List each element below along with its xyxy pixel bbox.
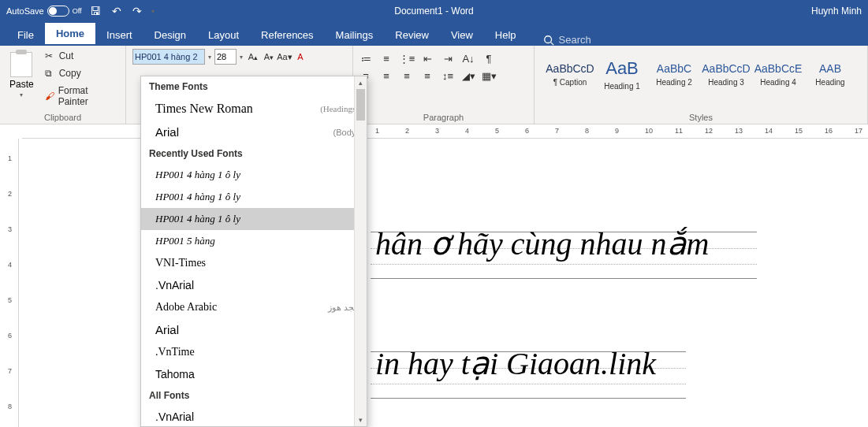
tab-help[interactable]: Help: [484, 24, 527, 46]
ruler-tick-v: 5: [8, 296, 12, 304]
font-item-label: .VnArial: [155, 410, 194, 423]
shading-button[interactable]: ◢▾: [462, 69, 475, 82]
shrink-font-button[interactable]: A▾: [262, 49, 276, 65]
font-dropdown-arrow-icon[interactable]: ▾: [207, 54, 213, 61]
ruler-tick: 9: [615, 127, 619, 135]
format-painter-label: Format Painter: [58, 85, 116, 107]
title-bar: AutoSave Off 🖫 ↶ ↷ ▾ Document1 - Word Hu…: [0, 0, 868, 22]
style-heading[interactable]: AABHeading: [806, 52, 855, 96]
font-item-times[interactable]: Times New Roman (Headings): [141, 97, 367, 121]
font-item-recent-1[interactable]: HP001 4 hàng 1 ô ly: [141, 186, 367, 208]
ribbon: Paste ▾ ✂ Cut ⧉ Copy 🖌 Format Painter Cl…: [0, 46, 868, 124]
font-item-label: VNI-Times: [155, 257, 206, 269]
borders-button[interactable]: ▦▾: [482, 69, 495, 82]
size-dropdown-arrow-icon[interactable]: ▾: [238, 54, 244, 61]
ruler-tick: 13: [735, 127, 743, 135]
sort-button[interactable]: A↓: [462, 52, 475, 65]
font-item-recent-8[interactable]: .VnTime: [141, 341, 367, 363]
paragraph-group-label: Paragraph: [359, 111, 527, 122]
tab-layout[interactable]: Layout: [197, 24, 250, 46]
show-marks-button[interactable]: ¶: [482, 52, 495, 65]
document-area: 12345678 hân ơ hãy cùng nhau nắm in hay …: [0, 139, 868, 427]
tab-home[interactable]: Home: [45, 23, 95, 46]
align-right-button[interactable]: ≡: [400, 69, 413, 82]
ruler-tick-v: 6: [8, 332, 12, 340]
copy-button[interactable]: ⧉ Copy: [42, 66, 119, 80]
font-item-recent-4[interactable]: VNI-Times: [141, 252, 367, 274]
document-text-line-2[interactable]: in hay tại Giaoan.link: [375, 345, 656, 382]
ruler-tick-v: 7: [8, 367, 12, 375]
tell-me-search[interactable]: Search: [527, 34, 591, 46]
document-text-line-1[interactable]: hân ơ hãy cùng nhau nắm: [375, 225, 709, 262]
tab-review[interactable]: Review: [384, 24, 440, 46]
font-item-all-0[interactable]: .VnArial: [141, 406, 367, 427]
tab-view[interactable]: View: [440, 24, 484, 46]
tab-references[interactable]: References: [250, 24, 324, 46]
svg-point-0: [544, 35, 551, 43]
paste-button[interactable]: Paste ▾: [6, 49, 37, 102]
style-heading-4[interactable]: AaBbCcEHeading 4: [754, 52, 803, 96]
dropdown-scrollbar[interactable]: ▴ ▾: [354, 76, 367, 426]
style-heading-1[interactable]: AaBHeading 1: [598, 52, 646, 96]
font-item-label: .VnArial: [155, 279, 194, 291]
autosave-state: Off: [73, 7, 82, 15]
save-icon[interactable]: 🖫: [87, 5, 104, 17]
scroll-down-icon[interactable]: ▾: [355, 414, 367, 426]
autosave-toggle[interactable]: AutoSave Off: [6, 6, 82, 17]
style-heading-3[interactable]: AaBbCcDHeading 3: [702, 52, 751, 96]
undo-icon[interactable]: ↶: [109, 5, 125, 17]
multilevel-button[interactable]: ⋮≡: [400, 52, 413, 65]
font-item-recent-0[interactable]: HP001 4 hàng 1 ô ly: [141, 164, 367, 186]
tab-design[interactable]: Design: [143, 24, 197, 46]
line-spacing-button[interactable]: ↕≡: [441, 69, 454, 82]
scroll-up-icon[interactable]: ▴: [355, 76, 367, 89]
font-item-recent-9[interactable]: Tahoma: [141, 363, 367, 385]
ruler-tick: 6: [525, 127, 529, 135]
style-name-label: Heading 2: [656, 78, 692, 87]
font-item-arial[interactable]: Arial (Body): [141, 121, 367, 143]
style-preview: AAB: [819, 62, 841, 75]
tab-insert[interactable]: Insert: [95, 24, 143, 46]
cut-label: Cut: [59, 50, 74, 61]
align-center-button[interactable]: ≡: [380, 69, 393, 82]
style-preview: AaBbCcD: [546, 62, 594, 75]
bullets-button[interactable]: ≔: [359, 52, 372, 65]
ruler-tick-v: 8: [8, 403, 12, 410]
ruler-tick-v: 2: [8, 190, 12, 198]
grow-font-button[interactable]: A▴: [246, 49, 260, 65]
svg-line-1: [550, 42, 553, 45]
font-item-recent-6[interactable]: Adobe Arabic أﺑﺠﺪ ﻫﻮز: [141, 296, 367, 318]
cut-button[interactable]: ✂ Cut: [42, 49, 119, 63]
tab-file[interactable]: File: [6, 24, 45, 46]
user-name: Huynh Minh: [811, 6, 862, 17]
decrease-indent-button[interactable]: ⇤: [421, 52, 434, 65]
scroll-thumb[interactable]: [356, 89, 365, 121]
style-preview: AaBbCcD: [702, 62, 750, 75]
clear-formatting-button[interactable]: A: [293, 49, 307, 65]
recent-fonts-header: Recently Used Fonts: [141, 143, 367, 164]
style-¶-caption[interactable]: AaBbCcD¶ Caption: [546, 52, 594, 96]
tab-mailings[interactable]: Mailings: [325, 24, 385, 46]
font-item-recent-2[interactable]: HP001 4 hàng 1 ô ly: [141, 208, 367, 230]
font-item-recent-3[interactable]: HP001 5 hàng: [141, 230, 367, 252]
window-title: Document1 - Word: [394, 6, 473, 17]
vertical-ruler[interactable]: 12345678: [5, 139, 19, 427]
format-painter-button[interactable]: 🖌 Format Painter: [42, 84, 119, 109]
change-case-button[interactable]: Aa▾: [278, 49, 292, 65]
redo-icon[interactable]: ↷: [129, 5, 145, 17]
ruler-tick: 5: [495, 127, 499, 135]
font-item-recent-7[interactable]: Arial: [141, 318, 367, 341]
font-item-label: HP001 4 hàng 1 ô ly: [155, 169, 240, 181]
all-fonts-header: All Fonts: [141, 385, 367, 406]
numbering-button[interactable]: ≡: [380, 52, 393, 65]
qat-dropdown-icon[interactable]: ▾: [150, 8, 156, 15]
justify-button[interactable]: ≡: [421, 69, 434, 82]
font-size-input[interactable]: [214, 49, 237, 65]
font-item-label: HP001 4 hàng 1 ô ly: [155, 213, 240, 225]
brush-icon: 🖌: [45, 91, 55, 102]
font-item-recent-5[interactable]: .VnArial: [141, 274, 367, 296]
style-heading-2[interactable]: AaBbCHeading 2: [650, 52, 698, 96]
font-name-input[interactable]: [132, 49, 205, 65]
ruler-tick-v: 4: [8, 261, 12, 269]
increase-indent-button[interactable]: ⇥: [441, 52, 454, 65]
